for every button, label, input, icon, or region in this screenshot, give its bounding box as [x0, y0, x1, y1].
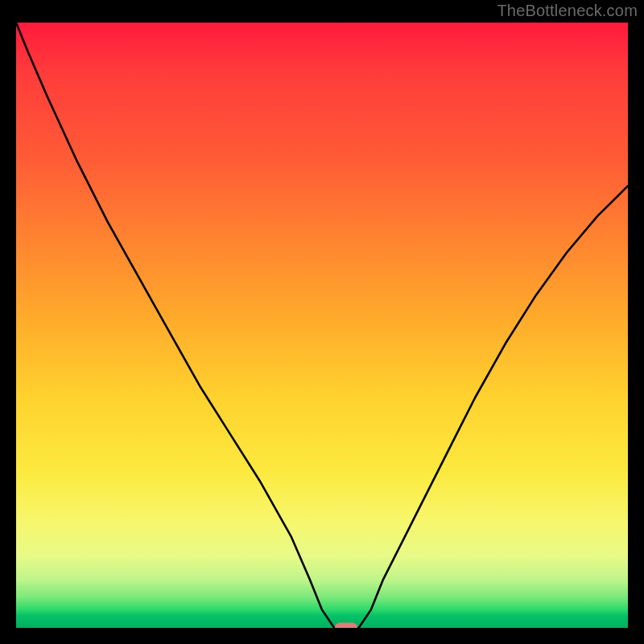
curve-path [16, 23, 628, 628]
plot-area [16, 23, 628, 628]
chart-frame: TheBottleneck.com [0, 0, 644, 644]
bottleneck-curve [16, 23, 628, 628]
watermark-text: TheBottleneck.com [497, 2, 638, 20]
optimal-marker [335, 623, 357, 629]
